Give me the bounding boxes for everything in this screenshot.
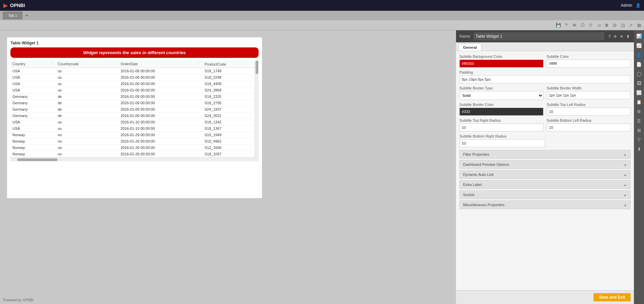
- input-subtitle-bottom-right-radius[interactable]: [459, 139, 545, 147]
- save-and-exit-button[interactable]: Save and Exit: [594, 293, 631, 301]
- collapsible-miscellaneous_properties[interactable]: Miscellaneous Properties▲: [459, 200, 631, 209]
- label-subtitle-border-color: Subtitle Border Color: [459, 103, 543, 107]
- powered-by: Powered by: OPNBI: [3, 298, 33, 302]
- table-row: Norwayno2016-01-29 00:00:00S12_1666: [10, 145, 259, 151]
- row-radius-3: Subtitle Bottom Right Radius: [459, 134, 631, 147]
- h-scrollbar-thumb[interactable]: [17, 158, 58, 161]
- input-subtitle-bg-color[interactable]: [459, 60, 543, 68]
- tab-1[interactable]: Tab 1: [3, 11, 23, 20]
- collapsible-filter_properties[interactable]: Filter Properties▲: [459, 150, 631, 159]
- label-subtitle-bg-color: Subtitle Background Color: [459, 54, 543, 59]
- logo-icon: ▶: [3, 2, 7, 9]
- vertical-scrollbar[interactable]: [255, 61, 259, 157]
- filter-icon[interactable]: ▽: [587, 22, 594, 29]
- logo-text: OPNBI: [10, 3, 25, 8]
- menu-icon[interactable]: ▤: [635, 22, 643, 29]
- table-row: Norwayno2016-01-29 00:00:00S18_1097: [10, 151, 259, 157]
- table-row: Norwayno2016-01-29 00:00:00S10_1949: [10, 132, 259, 138]
- mail-icon[interactable]: ✉: [571, 22, 578, 29]
- table-row: Germanyde2016-01-09 00:00:00S18_2795: [10, 100, 259, 106]
- side-icon-circle[interactable]: ◯: [635, 69, 643, 78]
- side-icon-layers[interactable]: ⊞: [635, 126, 643, 135]
- input-subtitle-color[interactable]: [547, 60, 631, 68]
- table-icon[interactable]: ⊡: [611, 22, 618, 29]
- side-icon-clipboard[interactable]: 📋: [635, 98, 643, 106]
- widget-subtitle: Widget represents the sales in different…: [10, 47, 259, 58]
- label-subtitle-bottom-left-radius: Subtitle Bottom Left Radius: [547, 118, 631, 122]
- side-icon-chart[interactable]: 📈: [635, 41, 643, 50]
- col-menu-countrycode[interactable]: ⋮: [113, 62, 116, 66]
- collapsible-extra_label[interactable]: Extra Label▲: [459, 180, 631, 189]
- canvas-area: Table Widget 1 Widget represents the sal…: [0, 30, 456, 304]
- panel-pin-icon[interactable]: ⬆: [626, 33, 631, 40]
- side-icon-gear[interactable]: ⚙: [635, 107, 643, 116]
- help-icon[interactable]: ?: [563, 22, 570, 29]
- input-padding[interactable]: [459, 75, 631, 83]
- side-icon-bar: 📊 📈 👤 📄 ◯ 🖼 ⬜ 📋 ⚙ ☰ ⊞ ▽ ⬇: [634, 30, 644, 304]
- expand-icon[interactable]: ⤢: [627, 22, 635, 29]
- widget-icon[interactable]: ☐: [579, 22, 586, 29]
- col-header-productcode: ProductCode: [202, 61, 259, 68]
- save-icon[interactable]: 💾: [555, 22, 562, 29]
- collapsible-dashboard_preview_options[interactable]: Dashboard Preview Options▲: [459, 160, 631, 169]
- panel-header-icons: ? ✛ ✕ ⬆: [608, 33, 631, 40]
- side-icon-dashboard[interactable]: 📊: [635, 32, 643, 40]
- table-row: Germanyde2016-01-09 00:00:00S18_2325: [10, 93, 259, 100]
- side-icon-square[interactable]: ⬜: [635, 88, 643, 97]
- col-menu-country[interactable]: ⋮: [50, 62, 54, 66]
- collapsible-label-miscellaneous_properties: Miscellaneous Properties: [463, 203, 504, 207]
- v-scrollbar-thumb[interactable]: [256, 61, 258, 74]
- input-subtitle-bottom-left-radius[interactable]: [547, 123, 631, 131]
- tab-bar: Tab 1 +: [0, 11, 644, 20]
- side-icon-doc[interactable]: 📄: [635, 60, 643, 69]
- widget-name-input[interactable]: [473, 32, 604, 40]
- panel-close-icon[interactable]: ✕: [619, 33, 624, 40]
- panel-move-icon[interactable]: ✛: [613, 33, 618, 40]
- widget-container: Table Widget 1 Widget represents the sal…: [7, 37, 262, 198]
- panel-content[interactable]: Subtitle Background Color Subtitle Color…: [456, 51, 634, 290]
- input-subtitle-top-left-radius[interactable]: [547, 108, 631, 116]
- input-subtitle-border-color[interactable]: [459, 108, 543, 116]
- side-icon-user[interactable]: 👤: [635, 50, 643, 59]
- chevron-filter_properties: ▲: [623, 153, 627, 156]
- add-tab-button[interactable]: +: [24, 12, 30, 18]
- field-subtitle-border-type: Subtitle Border Type Solid None Dashed D…: [459, 86, 543, 100]
- collapsible-label-extra_label: Extra Label: [463, 183, 482, 187]
- table-row: USAus2016-01-06 00:00:00S18_1749: [10, 68, 259, 74]
- label-padding: Padding: [459, 70, 631, 74]
- field-subtitle-border-color: Subtitle Border Color: [459, 103, 543, 116]
- collapsible-dynamic_auto_link[interactable]: Dynamic Auto Link▲: [459, 170, 631, 179]
- field-subtitle-top-left-radius: Subtitle Top Left Radius: [547, 103, 631, 116]
- label-subtitle-bottom-right-radius: Subtitle Bottom Right Radius: [459, 134, 631, 138]
- panel-name-label: Name: [459, 34, 470, 39]
- side-icon-image[interactable]: 🖼: [635, 79, 643, 87]
- side-icon-download[interactable]: ⬇: [635, 145, 643, 153]
- top-nav-right: Admin 👤: [621, 3, 641, 8]
- side-icon-filter[interactable]: ▽: [635, 135, 643, 144]
- back-icon[interactable]: ◁: [595, 22, 602, 29]
- row-padding: Padding: [459, 70, 631, 83]
- panel-help-icon[interactable]: ?: [608, 33, 611, 40]
- grid-icon[interactable]: ⊞: [603, 22, 610, 29]
- table-row: USAus2016-01-06 00:00:00S24_3969: [10, 87, 259, 93]
- tab-general[interactable]: General: [459, 44, 481, 51]
- input-subtitle-border-width[interactable]: [547, 91, 631, 99]
- row-radius-2: Subtitle Top Right Radius Subtitle Botto…: [459, 118, 631, 131]
- panel-icon[interactable]: ◫: [619, 22, 627, 29]
- col-menu-orderdate[interactable]: ⋮: [197, 62, 200, 66]
- input-subtitle-top-right-radius[interactable]: [459, 123, 543, 131]
- collapsible-socket[interactable]: Socket▲: [459, 190, 631, 199]
- top-navigation: ▶ OPNBI Admin 👤: [0, 0, 644, 11]
- side-icon-menu[interactable]: ☰: [635, 116, 643, 125]
- table-row: Norwayno2016-01-29 00:00:00S10_4962: [10, 138, 259, 145]
- table-row: USAus2016-01-10 00:00:00S18_1342: [10, 119, 259, 125]
- collapsible-label-filter_properties: Filter Properties: [463, 152, 489, 156]
- field-subtitle-bottom-right-radius: Subtitle Bottom Right Radius: [459, 134, 631, 147]
- collapsible-sections: Filter Properties▲Dashboard Preview Opti…: [459, 150, 631, 209]
- field-subtitle-top-right-radius: Subtitle Top Right Radius: [459, 118, 543, 131]
- horizontal-scrollbar[interactable]: [10, 157, 259, 161]
- select-subtitle-border-type[interactable]: Solid None Dashed Dotted Double: [459, 91, 543, 100]
- col-header-country: Country ⋮: [10, 61, 56, 68]
- table-row: Germanyde2016-01-09 00:00:00S24_1937: [10, 106, 259, 113]
- chevron-socket: ▲: [623, 193, 627, 197]
